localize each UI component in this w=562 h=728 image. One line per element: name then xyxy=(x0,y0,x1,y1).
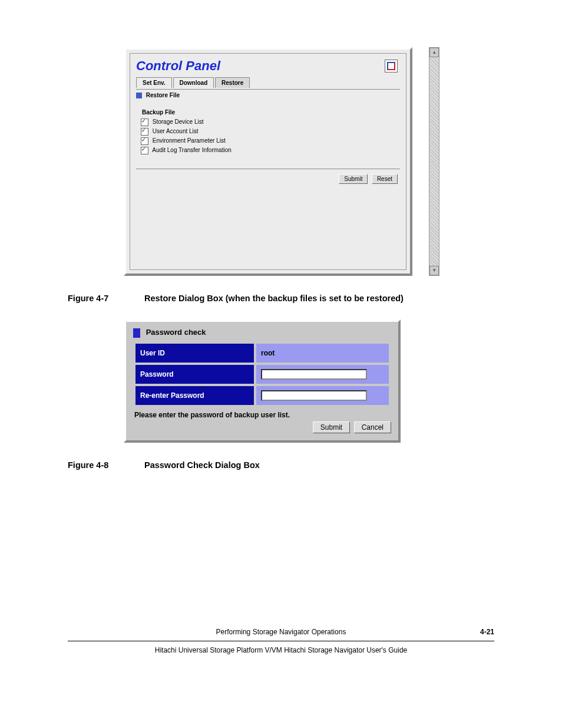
password-field[interactable] xyxy=(261,369,367,380)
figure-number: Figure 4-8 xyxy=(68,460,127,470)
figure-number: Figure 4-7 xyxy=(68,294,127,303)
reenter-password-field[interactable] xyxy=(261,390,367,401)
button-row: Submit Reset xyxy=(136,173,400,184)
button-row: Submit Cancel xyxy=(133,421,391,433)
check-row: User Account List xyxy=(141,128,282,136)
check-label: Environment Parameter List xyxy=(153,138,226,144)
user-id-label: User ID xyxy=(135,344,254,363)
check-label: Audit Log Transfer Information xyxy=(152,147,232,154)
page-number: 4-21 xyxy=(480,628,494,636)
password-instruction: Please enter the password of backup user… xyxy=(134,411,390,419)
cancel-button[interactable]: Cancel xyxy=(354,421,391,433)
figure-4-8-password-dialog: Password check User ID root Password Re-… xyxy=(124,319,401,443)
tab-restore[interactable]: Restore xyxy=(215,77,250,88)
figure-title: Restore Dialog Box (when the backup file… xyxy=(144,294,494,303)
scroll-down-icon[interactable]: ▾ xyxy=(429,266,439,275)
backup-file-group: Backup File Storage Device List User Acc… xyxy=(136,107,287,160)
checkbox-audit-log-transfer-info[interactable] xyxy=(141,147,148,154)
submit-button[interactable]: Submit xyxy=(339,174,368,184)
app-logo-icon xyxy=(385,60,398,73)
checkbox-environment-parameter-list[interactable] xyxy=(141,137,148,145)
restore-file-label: Restore File xyxy=(146,92,180,98)
check-row: Environment Parameter List xyxy=(141,137,282,145)
user-id-value: root xyxy=(256,344,389,363)
tab-set-env[interactable]: Set Env. xyxy=(136,77,172,88)
footer-rule xyxy=(68,641,494,641)
figure-4-8-caption: Figure 4-8 Password Check Dialog Box xyxy=(68,460,494,470)
figure-4-7-restore-dialog: Control Panel Set Env. Download Restore … xyxy=(124,47,428,276)
password-label: Password xyxy=(135,365,254,384)
footer-chapter-title: Performing Storage Navigator Operations xyxy=(216,628,346,636)
check-label: Storage Device List xyxy=(153,119,204,126)
vertical-scrollbar[interactable]: ▴ ▾ xyxy=(429,47,439,276)
checkbox-user-account-list[interactable] xyxy=(141,128,148,136)
check-row: Audit Log Transfer Information xyxy=(141,147,282,154)
page-footer: Performing Storage Navigator Operations … xyxy=(68,628,494,654)
section-bullet-icon xyxy=(133,328,140,338)
control-panel-window: Control Panel Set Env. Download Restore … xyxy=(124,47,412,276)
restore-file-header: Restore File xyxy=(136,89,400,98)
figure-4-7-caption: Figure 4-7 Restore Dialog Box (when the … xyxy=(68,294,494,303)
reset-button[interactable]: Reset xyxy=(372,174,398,184)
password-check-header: Password check xyxy=(133,328,391,338)
scroll-up-icon[interactable]: ▴ xyxy=(429,48,439,57)
figure-title: Password Check Dialog Box xyxy=(144,460,494,470)
password-check-title: Password check xyxy=(146,328,206,337)
check-row: Storage Device List xyxy=(141,118,282,126)
checkbox-storage-device-list[interactable] xyxy=(141,118,148,126)
backup-file-group-label: Backup File xyxy=(141,109,176,116)
password-form-table: User ID root Password Re-enter Password xyxy=(133,341,391,407)
tab-download[interactable]: Download xyxy=(173,77,214,88)
check-label: User Account List xyxy=(153,129,199,135)
submit-button[interactable]: Submit xyxy=(313,421,350,433)
control-panel-title: Control Panel xyxy=(136,58,220,73)
reenter-password-label: Re-enter Password xyxy=(135,386,254,405)
tab-bar: Set Env. Download Restore xyxy=(136,77,400,88)
footer-book-title: Hitachi Universal Storage Platform V/VM … xyxy=(68,646,494,654)
section-bullet-icon xyxy=(136,93,142,98)
